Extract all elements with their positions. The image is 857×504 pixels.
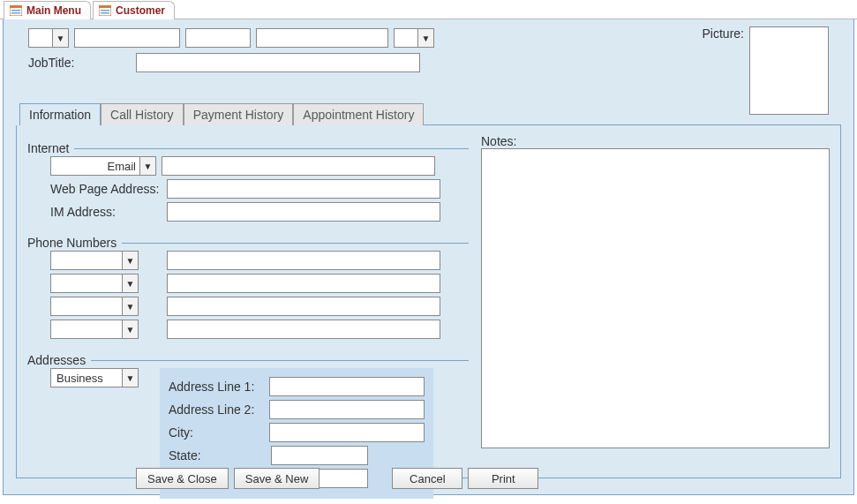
tab-appointment-history[interactable]: Appointment History (293, 103, 424, 125)
tab-call-history[interactable]: Call History (101, 103, 184, 125)
phone-type-combo[interactable]: ▼ (50, 251, 139, 270)
web-page-label: Web Page Address: (50, 182, 162, 196)
group-phone-numbers: Phone Numbers ▼ ▼ (27, 229, 469, 339)
button-row: Save & Close Save & New Cancel Print (4, 468, 853, 489)
email-type-combo[interactable]: Email ▼ (50, 156, 156, 176)
email-type-value: Email (55, 160, 139, 173)
group-phone-label: Phone Numbers (27, 236, 122, 250)
document-tab-customer[interactable]: Customer (93, 1, 175, 19)
chevron-down-icon: ▼ (122, 275, 138, 292)
address-type-value: Business (55, 372, 122, 385)
print-button[interactable]: Print (468, 468, 538, 489)
document-tab-bar: Main Menu Customer (0, 0, 857, 19)
chevron-down-icon: ▼ (52, 29, 68, 47)
group-internet: Internet Email ▼ Web Page Address: (27, 134, 469, 222)
tab-control: Information Call History Payment History… (16, 102, 841, 478)
jobtitle-label: JobTitle: (28, 56, 74, 70)
picture-box[interactable] (749, 26, 829, 115)
chevron-down-icon: ▼ (122, 369, 138, 387)
address-type-combo[interactable]: Business ▼ (50, 368, 139, 387)
phone-type-combo[interactable]: ▼ (50, 274, 139, 293)
group-addresses-label: Addresses (27, 353, 91, 367)
email-input[interactable] (162, 156, 435, 176)
address-line2-input[interactable] (269, 400, 425, 419)
chevron-down-icon: ▼ (122, 252, 138, 269)
chevron-down-icon: ▼ (122, 320, 138, 338)
form-canvas: ▼ ▼ JobTitle: Picture: Information Call … (3, 19, 854, 495)
cancel-button[interactable]: Cancel (392, 468, 462, 489)
phone-input[interactable] (167, 274, 440, 293)
city-label: City: (169, 425, 264, 440)
picture-label: Picture: (703, 26, 744, 41)
phone-type-combo[interactable]: ▼ (50, 297, 139, 316)
chevron-down-icon: ▼ (417, 29, 433, 47)
im-address-input[interactable] (167, 202, 440, 222)
state-label: State: (169, 448, 266, 463)
notes-textarea[interactable] (481, 148, 830, 448)
phone-input[interactable] (167, 251, 440, 270)
picture-wrap: Picture: (703, 26, 829, 115)
group-internet-label: Internet (27, 141, 74, 155)
group-divider (27, 148, 469, 149)
notes-label: Notes: (481, 134, 516, 148)
tab-body: Internet Email ▼ Web Page Address: (16, 125, 841, 478)
phone-input[interactable] (167, 320, 440, 339)
suffix-combo[interactable]: ▼ (394, 28, 434, 48)
document-tab-label: Main Menu (26, 4, 81, 17)
chevron-down-icon: ▼ (122, 297, 138, 315)
address-line1-input[interactable] (269, 377, 425, 396)
save-close-button[interactable]: Save & Close (136, 468, 229, 489)
right-column: Notes: (481, 134, 830, 469)
form-icon (10, 5, 22, 16)
im-address-label: IM Address: (50, 205, 162, 219)
form-icon (99, 5, 111, 16)
svg-rect-3 (11, 12, 20, 14)
left-column: Internet Email ▼ Web Page Address: (27, 134, 469, 469)
jobtitle-input[interactable] (136, 53, 420, 72)
tab-payment-history[interactable]: Payment History (184, 103, 294, 125)
address-line2-label: Address Line 2: (169, 402, 264, 417)
svg-rect-5 (99, 5, 111, 8)
group-divider (27, 360, 469, 361)
title-combo[interactable]: ▼ (28, 28, 69, 48)
svg-rect-7 (101, 12, 109, 14)
phone-type-combo[interactable]: ▼ (50, 320, 139, 339)
first-name-input[interactable] (74, 28, 180, 48)
phone-input[interactable] (167, 297, 440, 316)
chevron-down-icon: ▼ (139, 157, 155, 175)
svg-rect-2 (11, 10, 20, 11)
city-input[interactable] (269, 423, 425, 442)
address-line1-label: Address Line 1: (169, 380, 264, 394)
web-page-input[interactable] (167, 179, 440, 199)
document-tab-main-menu[interactable]: Main Menu (4, 1, 91, 19)
svg-rect-1 (10, 5, 22, 8)
document-tab-label: Customer (116, 4, 165, 17)
tab-information[interactable]: Information (19, 103, 101, 125)
state-input[interactable] (271, 446, 368, 465)
middle-name-input[interactable] (185, 28, 251, 48)
save-new-button[interactable]: Save & New (234, 468, 320, 489)
svg-rect-6 (101, 10, 109, 11)
last-name-input[interactable] (256, 28, 388, 48)
